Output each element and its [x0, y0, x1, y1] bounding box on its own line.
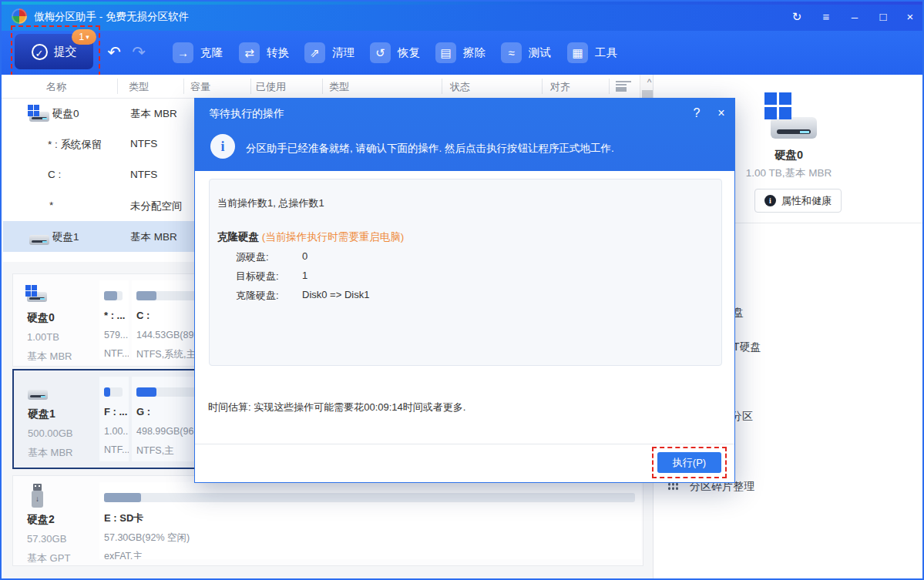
- column-divider: [542, 79, 543, 94]
- erase-icon: ▤: [435, 42, 456, 63]
- column-divider: [183, 79, 184, 94]
- partition-label: F : ...: [104, 406, 127, 417]
- toolbar-button-recover[interactable]: ↺ 恢复: [370, 41, 420, 64]
- column-header-type[interactable]: 类型: [129, 80, 149, 94]
- refresh-icon[interactable]: ↻: [787, 9, 807, 25]
- partition-size: 498.99GB(96: [136, 426, 193, 437]
- partition-size: 579...: [104, 330, 128, 340]
- detail-label-source: 源硬盘:: [236, 250, 269, 264]
- pending-operations-badge[interactable]: 1▾: [72, 29, 96, 45]
- toolbar-label: 转换: [267, 45, 289, 60]
- partition-fs: NTF...: [104, 348, 129, 359]
- row-name: 硬盘1: [52, 230, 79, 244]
- footer-divider: [195, 444, 734, 444]
- disk-icon: [26, 383, 49, 400]
- disk-size: 1.00TB: [27, 331, 59, 343]
- column-header-status[interactable]: 状态: [450, 80, 470, 94]
- column-divider: [442, 79, 442, 94]
- row-type: 基本 MBR: [130, 107, 177, 121]
- toolbar-button-clone[interactable]: → 克隆: [173, 41, 223, 64]
- table-header: 名称 类型 容量 已使用 类型 状态 对齐: [2, 75, 653, 99]
- test-icon: ≈: [501, 42, 522, 63]
- toolbar-button-tools[interactable]: ▦ 工具: [567, 41, 617, 64]
- partition-fs: NTFS,主: [136, 444, 174, 458]
- minimize-button[interactable]: –: [845, 9, 865, 25]
- column-header-name[interactable]: 名称: [46, 80, 66, 94]
- operations-list-panel: 当前操作数1, 总操作数1 克隆硬盘 (当前操作执行时需要重启电脑) 源硬盘: …: [209, 179, 722, 366]
- partition-size: 57.30GB(92% 空闲): [104, 531, 190, 545]
- partition-tile-sysreserved[interactable]: * : ... 579... NTF...: [99, 280, 129, 360]
- detail-value-source: 0: [302, 250, 307, 262]
- sidebar-item-fragment-gpt-disk[interactable]: T硬盘: [733, 340, 761, 354]
- submit-label: 提交: [54, 45, 77, 59]
- row-name: * : 系统保留: [48, 138, 102, 152]
- clone-icon: →: [173, 42, 193, 63]
- column-header-used[interactable]: 已使用: [256, 80, 286, 94]
- menu-icon[interactable]: ≡: [816, 9, 836, 25]
- partition-size: 144.53GB(89: [136, 330, 193, 340]
- disk-name: 硬盘1: [28, 407, 55, 421]
- disk-icon: [28, 105, 51, 122]
- column-divider: [250, 79, 251, 94]
- dialog-title: 等待执行的操作: [209, 107, 284, 121]
- pending-operations-dialog: 等待执行的操作 ? × i 分区助手已经准备就绪, 请确认下面的操作. 然后点击…: [194, 98, 735, 483]
- disk-card-disk2[interactable]: ↓ 硬盘2 57.30GB 基本 GPT E : SD卡 57.30GB(92%…: [12, 475, 643, 566]
- toolbar-button-erase[interactable]: ▤ 擦除: [435, 41, 486, 64]
- partition-fs: NTF...: [104, 444, 129, 455]
- partition-tile-f[interactable]: F : ... 1.00... NTF...: [99, 377, 129, 461]
- row-name: 硬盘0: [52, 107, 79, 121]
- execute-button[interactable]: 执行(P): [657, 452, 721, 473]
- maximize-button[interactable]: □: [873, 9, 893, 25]
- partition-size: 1.00...: [104, 426, 129, 437]
- toolbar-button-convert[interactable]: ⇄ 转换: [239, 41, 289, 64]
- toolbar-label: 清理: [332, 45, 354, 60]
- column-header-fstype[interactable]: 类型: [329, 80, 349, 94]
- partition-fs: exFAT,主: [104, 550, 143, 559]
- disk-style: 基本 MBR: [27, 350, 72, 364]
- clean-icon: ⇗: [304, 42, 325, 63]
- column-header-capacity[interactable]: 容量: [190, 80, 210, 94]
- row-type: NTFS: [130, 169, 157, 180]
- disk-style: 基本 MBR: [28, 446, 73, 460]
- convert-icon: ⇄: [239, 42, 260, 63]
- detail-label-clone: 克隆硬盘:: [236, 289, 279, 303]
- dialog-header: 等待执行的操作 ? × i 分区助手已经准备就绪, 请确认下面的操作. 然后点击…: [195, 99, 734, 171]
- disk-size: 500.00GB: [28, 427, 73, 439]
- row-type: 基本 MBR: [130, 230, 177, 244]
- disk-icon: [25, 285, 49, 302]
- properties-health-button[interactable]: i 属性和健康: [754, 189, 842, 213]
- detail-value-clone: Disk0 => Disk1: [302, 289, 369, 300]
- detail-value-target: 1: [302, 270, 307, 281]
- toolbar-label: 克隆: [200, 45, 223, 60]
- disk-size: 57.30GB: [27, 533, 66, 545]
- partition-tile-e[interactable]: E : SD卡 57.30GB(92% 空闲) exFAT,主: [99, 482, 641, 559]
- row-type: NTFS: [130, 138, 157, 149]
- recover-icon: ↺: [370, 42, 391, 63]
- view-options-icon[interactable]: [616, 81, 631, 92]
- row-name: *: [49, 199, 53, 211]
- dialog-close-icon[interactable]: ×: [713, 106, 730, 120]
- time-estimate: 时间估算: 实现这些操作可能需要花00:09:14时间或者更多.: [208, 401, 465, 414]
- usage-bar: [104, 493, 635, 502]
- column-divider: [117, 79, 118, 94]
- disk-style: 基本 GPT: [27, 552, 70, 565]
- toolbar-button-clean[interactable]: ⇗ 清理: [304, 41, 354, 64]
- partition-label: E : SD卡: [104, 511, 143, 525]
- redo-button[interactable]: ↷: [129, 42, 149, 62]
- column-divider: [609, 79, 610, 94]
- usb-drive-icon: ↓: [32, 484, 43, 508]
- help-icon[interactable]: ?: [688, 106, 705, 120]
- detail-label-target: 目标硬盘:: [236, 270, 279, 283]
- column-divider: [322, 79, 323, 94]
- close-button[interactable]: ×: [900, 9, 920, 25]
- toolbar-label: 擦除: [463, 45, 486, 60]
- defrag-icon[interactable]: [667, 482, 678, 491]
- toolbar-button-test[interactable]: ≈ 测试: [501, 41, 551, 64]
- row-type: 未分配空间: [130, 199, 183, 213]
- row-name: C :: [48, 169, 61, 180]
- undo-button[interactable]: ↶: [104, 42, 124, 62]
- badge-count: 1: [79, 32, 84, 42]
- chevron-down-icon: ▾: [86, 33, 89, 41]
- info-icon: i: [764, 195, 776, 206]
- column-header-align[interactable]: 对齐: [550, 80, 570, 94]
